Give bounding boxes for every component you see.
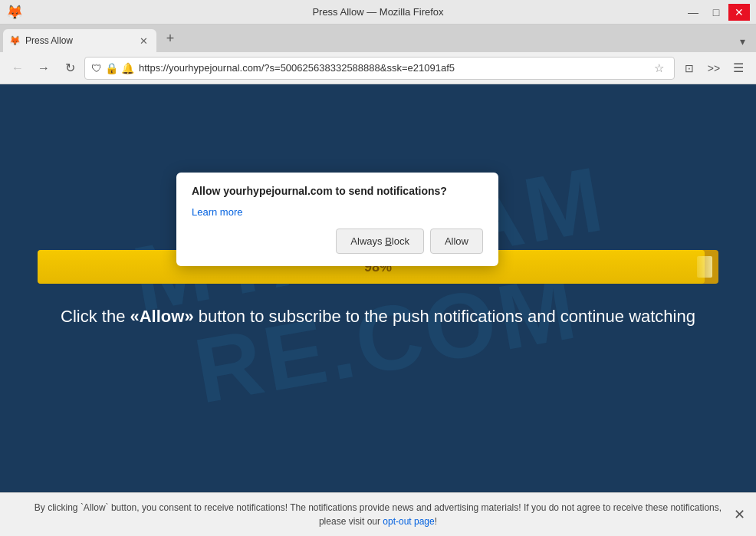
window-controls: — □ ✕ xyxy=(682,4,750,21)
consent-close-button[interactable]: ✕ xyxy=(730,505,748,524)
new-tab-button[interactable]: + xyxy=(159,28,181,49)
browser-window: 🦊 Press Allow — Mozilla Firefox — □ ✕ 🦊 … xyxy=(0,0,756,536)
shield-icon: 🛡 xyxy=(91,62,102,74)
notification-bell-icon: 🔔 xyxy=(121,62,134,74)
always-block-button[interactable]: Always Block xyxy=(336,229,424,254)
hamburger-menu-button[interactable]: ☰ xyxy=(727,57,750,80)
back-button[interactable]: ← xyxy=(6,57,29,80)
popup-question-text: Allow yourhypejournal.com to send notifi… xyxy=(192,185,483,197)
title-bar-left: 🦊 xyxy=(6,4,23,21)
instructions-text: Click the «Allow» button to subscribe to… xyxy=(61,307,695,327)
tab-bar-right: ▾ xyxy=(731,31,753,52)
title-bar: 🦊 Press Allow — Mozilla Firefox — □ ✕ xyxy=(0,0,756,25)
consent-text-suffix: ! xyxy=(435,516,437,527)
nav-right-buttons: ⊡ >> ☰ xyxy=(678,57,750,80)
page-content: MYANTAMRE.COM Allow yourhypejournal.com … xyxy=(0,84,756,492)
reload-button[interactable]: ↻ xyxy=(58,57,81,80)
block-underline: B xyxy=(385,235,392,247)
title-bar-title: Press Allow — Mozilla Firefox xyxy=(312,6,443,18)
lock-icon: 🔒 xyxy=(105,62,118,74)
tab-close-button[interactable]: ✕ xyxy=(136,34,150,48)
consent-bar: By clicking `Allow` button, you consent … xyxy=(0,492,756,536)
maximize-button[interactable]: □ xyxy=(705,4,727,21)
bookmark-button[interactable]: ☆ xyxy=(649,59,668,77)
tab-list-chevron-icon[interactable]: ▾ xyxy=(731,31,753,52)
nav-bar: ← → ↻ 🛡 🔒 🔔 https://yourhypejournal.com/… xyxy=(0,52,756,84)
learn-more-link[interactable]: Learn more xyxy=(192,206,242,218)
notification-permission-popup: Allow yourhypejournal.com to send notifi… xyxy=(176,173,498,266)
consent-text: By clicking `Allow` button, you consent … xyxy=(31,501,725,528)
popup-buttons: Always Block Allow xyxy=(192,229,483,254)
allow-button[interactable]: Allow xyxy=(430,229,483,254)
extensions-button[interactable]: >> xyxy=(702,57,725,80)
tab-title: Press Allow xyxy=(25,35,132,46)
opt-out-link[interactable]: opt-out page xyxy=(383,516,434,527)
url-bar[interactable]: 🛡 🔒 🔔 https://yourhypejournal.com/?s=500… xyxy=(84,57,675,80)
firefox-logo-icon: 🦊 xyxy=(6,4,23,21)
tab-favicon-icon: 🦊 xyxy=(9,35,21,46)
url-bar-icons: 🛡 🔒 🔔 xyxy=(91,62,134,74)
url-text: https://yourhypejournal.com/?s=500625638… xyxy=(139,62,645,74)
minimize-button[interactable]: — xyxy=(682,4,704,21)
pocket-button[interactable]: ⊡ xyxy=(678,57,701,80)
active-tab[interactable]: 🦊 Press Allow ✕ xyxy=(3,29,156,52)
close-button[interactable]: ✕ xyxy=(728,4,750,21)
consent-text-main: By clicking `Allow` button, you consent … xyxy=(35,502,721,527)
progress-bar-shine xyxy=(697,256,712,278)
tab-bar: 🦊 Press Allow ✕ + ▾ xyxy=(0,25,756,52)
allow-emphasis: «Allow» xyxy=(130,307,194,326)
forward-button[interactable]: → xyxy=(32,57,55,80)
watermark: MYANTAMRE.COM xyxy=(0,84,756,492)
